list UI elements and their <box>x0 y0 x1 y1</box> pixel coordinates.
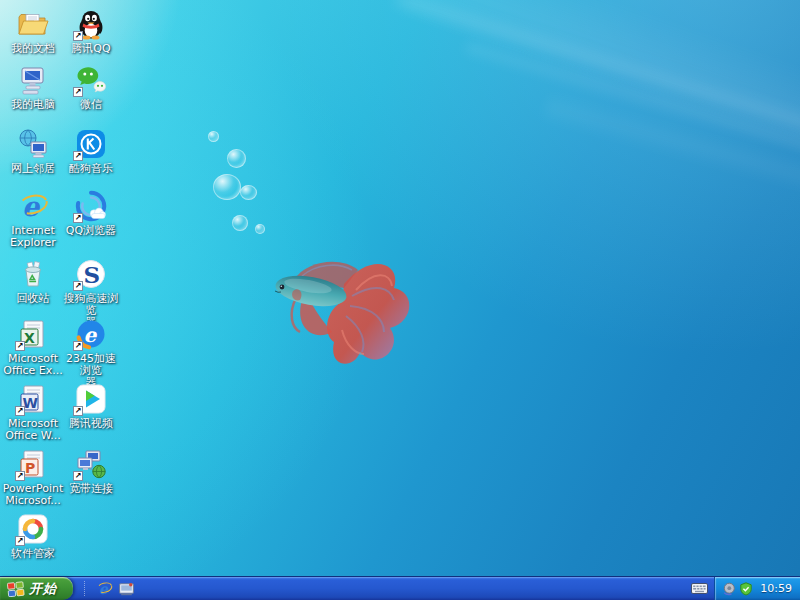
desktop-icon-label: 网上邻居 <box>11 163 55 175</box>
desktop-icon-label: 腾讯QQ <box>71 43 110 55</box>
my-documents-icon <box>17 8 49 40</box>
audio-tray-icon[interactable] <box>722 582 736 596</box>
quick-launch-show-desktop-icon[interactable] <box>118 580 135 597</box>
desktop-icon-internet-explorer[interactable]: eInternet Explorer <box>3 190 63 249</box>
desktop-icon-word[interactable]: W↗Microsoft Office W... <box>3 383 63 442</box>
wechat-icon: ↗ <box>75 64 107 96</box>
kugou-music-icon: ↗ <box>75 128 107 160</box>
desktop-icon-label: 腾讯视频 <box>69 418 113 430</box>
desktop-icon-my-documents[interactable]: 我的文档 <box>3 8 63 55</box>
desktop-icon-tencent-video[interactable]: ↗腾讯视频 <box>61 383 121 430</box>
desktop-icon-powerpoint[interactable]: P↗PowerPoint Microsof... <box>3 448 63 507</box>
tencent-video-icon: ↗ <box>75 383 107 415</box>
desktop-icon-label: 我的电脑 <box>11 99 55 111</box>
desktop-icon-label: 酷狗音乐 <box>69 163 113 175</box>
desktop-icon-label: 微信 <box>80 99 102 111</box>
sogou-browser-icon: S↗ <box>75 258 107 290</box>
shortcut-arrow-icon: ↗ <box>73 87 83 97</box>
software-manager-icon: ↗ <box>17 513 49 545</box>
qq-icon: ↗ <box>75 8 107 40</box>
shortcut-arrow-icon: ↗ <box>73 341 83 351</box>
desktop-icon-label: 宽带连接 <box>69 483 113 495</box>
taskbar-divider <box>84 581 87 596</box>
keyboard-icon <box>691 582 708 595</box>
system-tray: 10:59 <box>714 577 800 600</box>
desktop-icon-network-places[interactable]: 网上邻居 <box>3 128 63 175</box>
desktop-icon-qq-browser[interactable]: ↗QQ浏览器 <box>61 190 121 237</box>
desktop-icon-label: Internet Explorer <box>10 225 56 249</box>
taskbar-clock[interactable]: 10:59 <box>760 582 792 595</box>
desktop-icon-wechat[interactable]: ↗微信 <box>61 64 121 111</box>
shortcut-arrow-icon: ↗ <box>73 213 83 223</box>
internet-explorer-icon: e <box>17 190 49 222</box>
desktop-icon-kugou-music[interactable]: ↗酷狗音乐 <box>61 128 121 175</box>
word-icon: W↗ <box>17 383 49 415</box>
shortcut-arrow-icon: ↗ <box>73 406 83 416</box>
taskbar-empty-area[interactable] <box>141 577 685 600</box>
desktop-icon-label: 我的文档 <box>11 43 55 55</box>
qq-browser-icon: ↗ <box>75 190 107 222</box>
desktop-icon-software-manager[interactable]: ↗软件管家 <box>3 513 63 560</box>
svg-text:S: S <box>84 261 101 288</box>
desktop-icon-label: Microsoft Office Ex... <box>3 353 63 377</box>
shortcut-arrow-icon: ↗ <box>15 406 25 416</box>
desktop-icon-label: 回收站 <box>17 293 50 305</box>
start-button[interactable]: 开始 <box>0 577 73 600</box>
shortcut-arrow-icon: ↗ <box>73 281 83 291</box>
desktop-icon-label: QQ浏览器 <box>66 225 116 237</box>
2345-browser-icon: e↗ <box>75 318 107 350</box>
taskbar: 开始 e 10:59 <box>0 576 800 600</box>
windows-logo-icon <box>7 581 25 597</box>
shortcut-arrow-icon: ↗ <box>73 151 83 161</box>
language-indicator[interactable] <box>685 577 714 600</box>
shortcut-arrow-icon: ↗ <box>15 341 25 351</box>
desktop-icon-broadband[interactable]: ↗宽带连接 <box>61 448 121 495</box>
desktop-icon-label: 软件管家 <box>11 548 55 560</box>
recycle-bin-icon <box>17 258 49 290</box>
svg-text:X: X <box>24 330 35 346</box>
shortcut-arrow-icon: ↗ <box>15 536 25 546</box>
desktop-icon-recycle-bin[interactable]: 回收站 <box>3 258 63 305</box>
desktop-icon-excel[interactable]: X↗Microsoft Office Ex... <box>3 318 63 377</box>
shortcut-arrow-icon: ↗ <box>73 31 83 41</box>
desktop-icon-2345-browser[interactable]: e↗2345加速浏览 器 <box>61 318 121 389</box>
powerpoint-icon: P↗ <box>17 448 49 480</box>
desktop-icon-my-computer[interactable]: 我的电脑 <box>3 64 63 111</box>
svg-text:P: P <box>25 460 35 476</box>
desktop-icon-label: Microsoft Office W... <box>5 418 61 442</box>
desktop-icon-label: PowerPoint Microsof... <box>3 483 64 507</box>
network-places-icon <box>17 128 49 160</box>
quick-launch-bar: e <box>90 577 141 600</box>
excel-icon: X↗ <box>17 318 49 350</box>
start-button-label: 开始 <box>29 580 57 598</box>
broadband-icon: ↗ <box>75 448 107 480</box>
quick-launch-internet-explorer-icon[interactable]: e <box>96 580 113 597</box>
my-computer-icon <box>17 64 49 96</box>
security-tray-icon[interactable] <box>739 582 753 596</box>
desktop-icon-grid: 我的文档我的电脑网上邻居eInternet Explorer回收站X↗Micro… <box>0 0 800 600</box>
desktop-icon-qq[interactable]: ↗腾讯QQ <box>61 8 121 55</box>
shortcut-arrow-icon: ↗ <box>15 471 25 481</box>
shortcut-arrow-icon: ↗ <box>73 471 83 481</box>
svg-text:e: e <box>84 323 98 347</box>
desktop[interactable]: 我的文档我的电脑网上邻居eInternet Explorer回收站X↗Micro… <box>0 0 800 600</box>
